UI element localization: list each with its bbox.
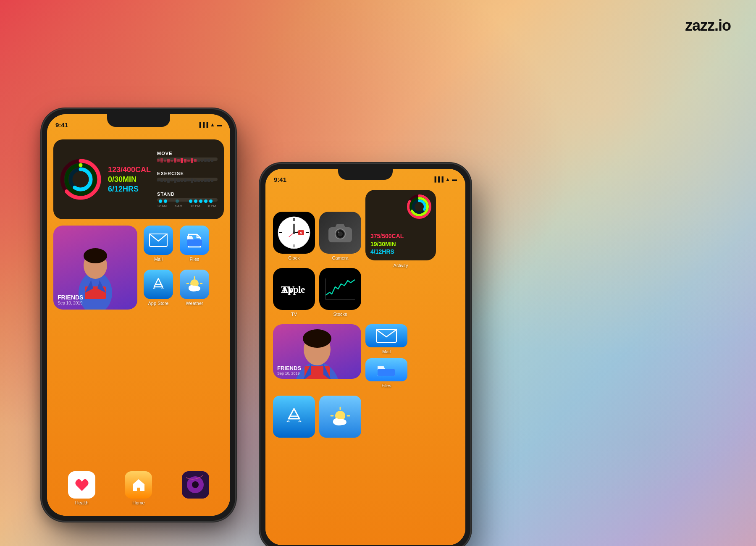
appstore-label-left: App Store: [148, 301, 169, 306]
mail-icon-right[interactable]: [365, 324, 407, 347]
svg-point-47: [209, 200, 213, 203]
row-4-right: [273, 396, 458, 438]
svg-rect-7: [160, 158, 163, 163]
svg-point-65: [194, 286, 200, 291]
status-icons-left: ▐▐▐ ▲ ▬: [198, 122, 222, 128]
app-row-1-left: Mail Files: [144, 226, 209, 262]
camera-icon-right[interactable]: [319, 212, 361, 254]
activity-widget-left[interactable]: 123/400CAL 0/30MIN 6/12HRS MOVE: [53, 139, 224, 219]
svg-rect-22: [211, 160, 213, 162]
battery-icon-right: ▬: [452, 176, 457, 182]
svg-rect-21: [207, 159, 210, 162]
svg-rect-8: [164, 160, 166, 162]
photo-caption-left: FRIENDS Sep 10, 2019: [58, 294, 83, 305]
activity-rings-left: [60, 158, 102, 200]
tv-app-right[interactable]: Apple TV TV: [273, 268, 315, 317]
svg-rect-104: [378, 369, 395, 376]
svg-point-45: [199, 200, 202, 203]
battery-icon: ▬: [217, 122, 222, 128]
mail-icon-left[interactable]: [144, 226, 173, 255]
files-label-right: Files: [381, 383, 391, 388]
svg-rect-23: [157, 180, 160, 181]
photos-widget-left[interactable]: FRIENDS Sep 10, 2019: [53, 226, 137, 310]
health-app-left[interactable]: Health: [68, 471, 95, 505]
exercise-bar-track: [157, 178, 218, 181]
appstore-app-left[interactable]: App Store: [144, 270, 173, 306]
photo-title-right: FRIENDS: [277, 365, 301, 371]
svg-point-43: [189, 200, 192, 203]
photos-widget-right[interactable]: FRIENDS Sep 10, 2019: [273, 324, 361, 379]
status-time-right: 9:41: [274, 176, 286, 183]
svg-rect-56: [187, 239, 202, 246]
activity-widget-right[interactable]: 375/500CAL 19/30MIN 4/12HRS Activity: [365, 190, 436, 260]
mail-app-left[interactable]: Mail: [144, 226, 173, 262]
svg-rect-11: [174, 158, 176, 163]
svg-point-79: [293, 231, 295, 234]
home-icon-left[interactable]: [125, 471, 152, 499]
iphone-frame-left: 9:41 ▐▐▐ ▲ ▬: [42, 109, 235, 521]
signal-icon-right: ▐▐▐: [433, 176, 444, 182]
clock-icon-right[interactable]: 9: [273, 212, 315, 254]
svg-rect-36: [201, 180, 203, 182]
row-3-right: FRIENDS Sep 10, 2019: [273, 324, 458, 388]
time-labels: 12 AM 6 AM 12 PM 6 PM: [157, 204, 216, 208]
tv-label-right: TV: [291, 312, 297, 317]
photo-caption-right: FRIENDS Sep 10, 2019: [277, 365, 301, 375]
app-grid-right: 9 Clock: [273, 190, 458, 438]
weather-icon-left[interactable]: [180, 270, 209, 299]
svg-point-40: [159, 200, 162, 203]
svg-point-50: [84, 248, 107, 263]
activity-stats-left: 123/400CAL 0/30MIN 6/12HRS: [108, 165, 151, 194]
music-app-left[interactable]: [182, 471, 209, 505]
mail-app-right[interactable]: Mail: [365, 324, 407, 354]
camera-app-right[interactable]: Camera: [319, 212, 361, 260]
music-icon-left[interactable]: [182, 471, 209, 499]
svg-rect-34: [194, 179, 197, 182]
move-label: MOVE: [157, 151, 218, 156]
svg-point-44: [194, 200, 197, 203]
svg-rect-30: [181, 180, 183, 182]
appstore-icon-right[interactable]: [273, 396, 315, 438]
photos-photo-left: FRIENDS Sep 10, 2019: [53, 226, 137, 310]
svg-rect-19: [201, 160, 203, 162]
stat-hrs-right: 4/12HRS: [370, 248, 404, 255]
weather-app-right[interactable]: [319, 396, 361, 438]
appstore-icon-left[interactable]: [144, 270, 173, 299]
weather-app-left[interactable]: Weather: [180, 270, 209, 306]
health-icon-left[interactable]: [68, 471, 95, 499]
svg-rect-32: [187, 180, 190, 181]
appstore-app-right[interactable]: [273, 396, 315, 438]
svg-rect-20: [204, 159, 207, 162]
activity-rings-right: [407, 194, 432, 219]
photo-date-left: Sep 10, 2019: [58, 301, 83, 305]
clock-app-right[interactable]: 9 Clock: [273, 212, 315, 260]
stat-cal-left: 123/400CAL: [108, 165, 151, 174]
stat-min-right: 19/30MIN: [370, 240, 404, 248]
stat-cal-right: 375/500CAL: [370, 232, 404, 240]
files-icon-left[interactable]: [180, 226, 209, 255]
row-1-right: 9 Clock: [273, 190, 458, 260]
exercise-bar-section: EXERCISE: [157, 171, 218, 181]
status-icons-right: ▐▐▐ ▲ ▬: [433, 176, 457, 182]
svg-rect-6: [157, 159, 160, 162]
wifi-icon-right: ▲: [445, 176, 450, 182]
svg-point-86: [338, 231, 339, 233]
stocks-app-right[interactable]: Stocks: [319, 268, 361, 317]
svg-marker-67: [133, 479, 144, 491]
stand-bar-section: STAND: [157, 192, 218, 208]
files-app-right[interactable]: Files: [365, 358, 407, 388]
row-2-right: Apple TV TV: [273, 268, 458, 317]
home-app-left[interactable]: Home: [125, 471, 152, 505]
files-icon-right[interactable]: [365, 358, 407, 381]
weather-icon-right[interactable]: [319, 396, 361, 438]
svg-rect-26: [167, 179, 170, 183]
svg-rect-29: [177, 179, 180, 182]
stocks-icon-right[interactable]: [319, 268, 361, 310]
svg-point-41: [164, 200, 167, 203]
svg-rect-16: [191, 158, 193, 163]
svg-rect-31: [184, 179, 186, 182]
files-label-left: Files: [189, 257, 199, 262]
tv-icon-right[interactable]: Apple TV: [273, 268, 315, 310]
app-row-2-left: App Store: [144, 270, 209, 306]
files-app-left[interactable]: Files: [180, 226, 209, 262]
